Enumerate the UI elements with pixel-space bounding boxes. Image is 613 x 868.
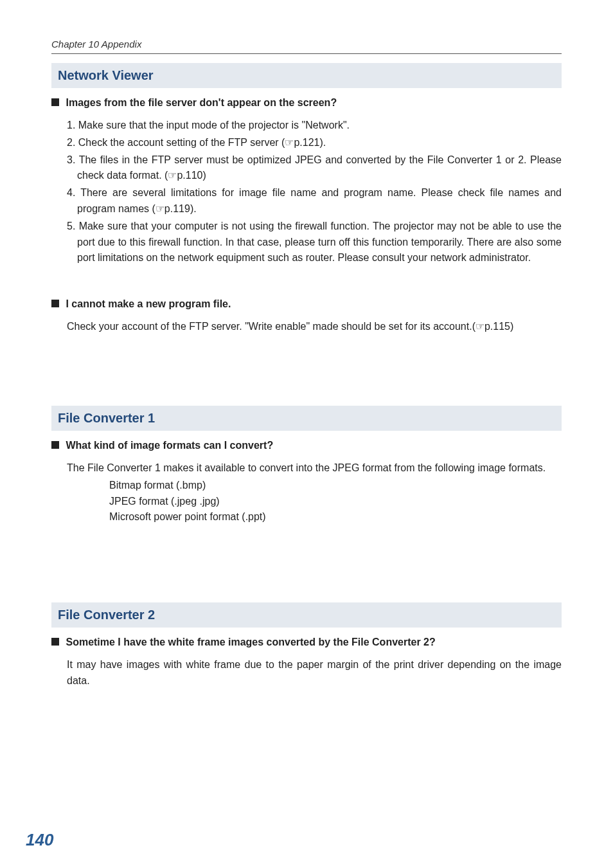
- item-number: 3.: [67, 154, 75, 165]
- list-item: 4. There are several limitations for ima…: [67, 185, 562, 217]
- pointer-icon: ☞: [475, 321, 484, 332]
- item-number: 5.: [67, 221, 75, 231]
- answer-paragraph: The File Converter 1 makes it available …: [51, 460, 562, 476]
- format-list: Bitmap format (.bmp) JPEG format (.jpeg …: [51, 478, 562, 525]
- item-text-pre: The files in the FTP server must be opti…: [75, 154, 562, 181]
- qa-block-fc1: What kind of image formats can I convert…: [51, 440, 562, 525]
- list-item: 5. Make sure that your computer is not u…: [67, 219, 562, 266]
- question-heading: I cannot make a new program file.: [51, 298, 562, 310]
- page-ref: p.110: [177, 170, 202, 181]
- pointer-icon: ☞: [285, 137, 294, 148]
- item-number: 4.: [67, 187, 75, 198]
- format-item: Bitmap format (.bmp): [109, 478, 562, 494]
- section-title-file-converter-2: File Converter 2: [51, 602, 562, 628]
- qa-block-nv-1: Images from the file server don't appear…: [51, 97, 562, 266]
- answer-paragraph: It may have images with white frame due …: [51, 657, 562, 689]
- chapter-header: Chapter 10 Appendix: [51, 39, 562, 54]
- section-title-network-viewer: Network Viewer: [51, 63, 562, 88]
- question-heading: Images from the file server don't appear…: [51, 97, 562, 109]
- item-text-post: ): [202, 170, 206, 181]
- item-body: Check the account setting of the FTP ser…: [75, 137, 326, 148]
- item-text-pre: Check the account setting of the FTP ser…: [75, 137, 285, 148]
- list-item: 1. Make sure that the input mode of the …: [67, 118, 562, 134]
- list-item: 3. The files in the FTP server must be o…: [67, 152, 562, 185]
- item-text-post: ).: [319, 137, 326, 148]
- pointer-icon: ☞: [155, 203, 164, 214]
- item-text-pre: There are several limitations for image …: [75, 187, 562, 214]
- para-post: ): [510, 321, 513, 332]
- section-title-file-converter-1: File Converter 1: [51, 406, 562, 431]
- page: Chapter 10 Appendix Network Viewer Image…: [0, 0, 613, 868]
- question-text: I cannot make a new program file.: [66, 298, 231, 309]
- item-text-post: ).: [190, 203, 197, 214]
- page-ref: p.115: [484, 321, 510, 332]
- item-body: There are several limitations for image …: [75, 187, 562, 214]
- square-bullet-icon: [51, 441, 59, 449]
- question-heading: What kind of image formats can I convert…: [51, 440, 562, 451]
- page-ref: p.119: [164, 203, 190, 214]
- list-item: 2. Check the account setting of the FTP …: [67, 135, 562, 151]
- square-bullet-icon: [51, 98, 59, 106]
- item-number: 1.: [67, 120, 75, 131]
- question-text: What kind of image formats can I convert…: [66, 440, 273, 451]
- question-heading: Sometime I have the white frame images c…: [51, 637, 562, 648]
- answer-list: 1. Make sure that the input mode of the …: [51, 118, 562, 266]
- question-text: Sometime I have the white frame images c…: [66, 637, 435, 647]
- format-item: Microsoft power point format (.ppt): [109, 509, 562, 525]
- qa-block-fc2: Sometime I have the white frame images c…: [51, 637, 562, 689]
- item-body: Make sure that the input mode of the pro…: [75, 120, 350, 131]
- square-bullet-icon: [51, 638, 59, 646]
- item-number: 2.: [67, 137, 75, 148]
- pointer-icon: ☞: [168, 170, 177, 181]
- item-body: Make sure that your computer is not usin…: [75, 221, 562, 264]
- answer-paragraph: Check your account of the FTP server. "W…: [51, 319, 562, 335]
- format-item: JPEG format (.jpeg .jpg): [109, 494, 562, 510]
- qa-block-nv-2: I cannot make a new program file. Check …: [51, 298, 562, 335]
- square-bullet-icon: [51, 300, 59, 307]
- page-number: 140: [26, 830, 53, 850]
- page-ref: p.121: [294, 137, 319, 148]
- question-text: Images from the file server don't appear…: [66, 97, 337, 108]
- para-pre: Check your account of the FTP server. "W…: [67, 321, 475, 332]
- item-body: The files in the FTP server must be opti…: [75, 154, 562, 181]
